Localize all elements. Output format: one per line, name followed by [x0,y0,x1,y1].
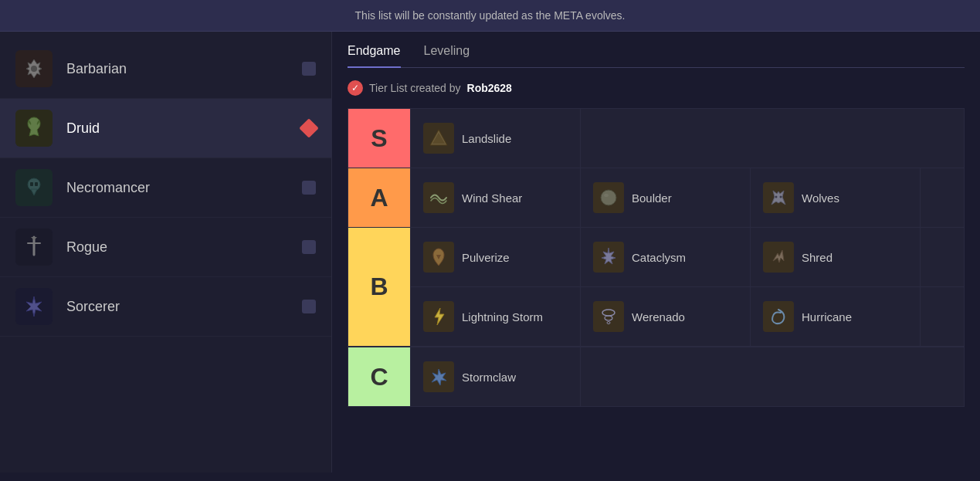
item-hurricane[interactable]: Hurricane [751,287,921,346]
rogue-icon [15,229,53,266]
sorcerer-icon [15,288,53,325]
druid-label: Druid [66,120,288,137]
item-werenado[interactable]: Werenado [581,287,751,346]
tier-row-c: C Stormclaw [348,347,964,406]
pulverize-label: Pulverize [462,251,510,264]
necromancer-icon [15,169,53,206]
creator-name: Rob2628 [467,82,512,94]
wind-shear-icon [423,182,454,213]
werenado-label: Werenado [632,310,685,323]
tier-label-a: A [348,168,410,227]
sidebar-item-sorcerer[interactable]: Sorcerer [0,277,331,337]
barbarian-label: Barbarian [66,61,288,77]
item-landslide[interactable]: Landslide [411,109,581,168]
banner-text: This list will be constantly updated as … [355,9,626,22]
sidebar-item-necromancer[interactable]: Necromancer [0,158,331,218]
item-pulverize[interactable]: Pulverize [411,228,581,286]
tab-endgame[interactable]: Endgame [348,44,401,67]
shred-label: Shred [802,251,832,264]
svg-point-14 [607,322,610,324]
wind-shear-label: Wind Shear [462,191,522,205]
tabs: Endgame Leveling [348,32,965,68]
svg-point-8 [601,190,616,205]
content-area: Endgame Leveling ✓ Tier List created by … [332,32,980,473]
werenado-icon [593,301,624,332]
wolves-icon [763,182,794,213]
svg-point-11 [780,196,782,198]
stormclaw-icon [423,361,454,392]
stormclaw-label: Stormclaw [462,371,516,384]
lightning-storm-label: Lightning Storm [462,310,543,323]
sidebar-item-druid[interactable]: Druid [0,99,331,158]
shred-icon [763,242,794,273]
svg-point-10 [775,196,778,198]
sidebar-item-rogue[interactable]: Rogue [0,218,331,277]
boulder-icon [593,182,624,213]
item-wolves[interactable]: Wolves [751,168,921,227]
tier-a-items: Wind Shear Boulder [410,168,964,227]
tier-label-b: B [348,228,410,346]
tab-leveling[interactable]: Leveling [424,44,470,67]
tier-table: S Landslide A [348,108,965,407]
hurricane-label: Hurricane [802,310,852,323]
rogue-label: Rogue [66,239,288,256]
svg-point-13 [605,316,612,320]
creator-prefix: Tier List created by [369,82,461,94]
top-banner: This list will be constantly updated as … [0,0,980,32]
main-layout: Barbarian Druid [0,32,980,473]
hurricane-icon [763,301,794,332]
sorcerer-checkbox[interactable] [302,300,316,313]
barbarian-icon [15,50,53,87]
boulder-label: Boulder [632,191,672,205]
sidebar-item-barbarian[interactable]: Barbarian [0,39,331,99]
tier-row-a: A Wind Shear [348,168,964,228]
necromancer-label: Necromancer [66,180,288,196]
sorcerer-label: Sorcerer [66,299,288,315]
svg-rect-2 [30,182,33,186]
cataclysm-icon [593,242,624,273]
tier-label-c: C [348,347,410,406]
tier-s-items: Landslide [410,109,964,168]
landslide-icon [423,123,454,154]
barbarian-checkbox[interactable] [302,62,316,76]
svg-point-12 [602,310,615,316]
creator-verified-icon: ✓ [348,80,363,96]
item-wind-shear[interactable]: Wind Shear [411,168,581,227]
lightning-storm-icon [423,301,454,332]
tier-row-b: B Pulverize [348,228,964,347]
svg-rect-3 [35,182,38,186]
pulverize-icon [423,242,454,273]
svg-point-0 [31,66,37,72]
wolves-label: Wolves [802,191,839,205]
creator-info: ✓ Tier List created by Rob2628 [348,80,965,96]
druid-marker [299,118,318,137]
item-lightning-storm[interactable]: Lightning Storm [411,287,581,346]
svg-point-9 [604,194,609,197]
item-shred[interactable]: Shred [751,228,921,286]
sidebar: Barbarian Druid [0,32,332,473]
tier-row-s: S Landslide [348,109,964,168]
tier-c-items: Stormclaw [410,347,964,406]
tier-label-s: S [348,109,410,168]
rogue-checkbox[interactable] [302,240,316,254]
cataclysm-label: Cataclysm [632,251,686,264]
item-stormclaw[interactable]: Stormclaw [411,347,581,406]
druid-icon [15,110,53,147]
item-cataclysm[interactable]: Cataclysm [581,228,751,286]
landslide-label: Landslide [462,132,511,145]
item-boulder[interactable]: Boulder [581,168,751,227]
necromancer-checkbox[interactable] [302,181,316,195]
